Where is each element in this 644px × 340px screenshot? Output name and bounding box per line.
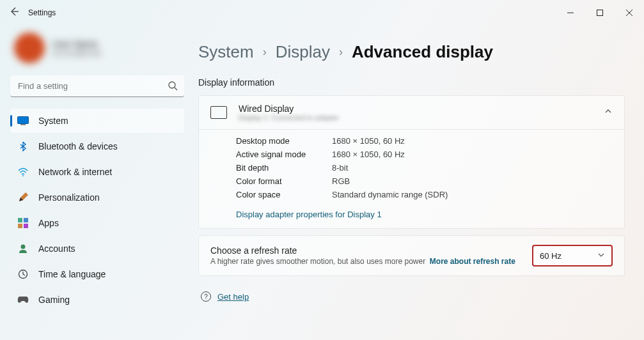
- close-button[interactable]: [615, 0, 644, 26]
- refresh-rate-card: Choose a refresh rate A higher rate give…: [198, 235, 625, 276]
- bit-depth-label: Bit depth: [236, 163, 332, 173]
- desktop-mode-value: 1680 × 1050, 60 Hz: [332, 136, 613, 146]
- search-box[interactable]: [10, 75, 184, 97]
- profile-block[interactable]: User Name account@email: [10, 26, 184, 70]
- sidebar-item-system[interactable]: System: [10, 109, 184, 133]
- bit-depth-value: 8-bit: [332, 163, 613, 173]
- sidebar-item-personalization[interactable]: Personalization: [10, 185, 184, 210]
- sidebar-item-bluetooth[interactable]: Bluetooth & devices: [10, 134, 184, 158]
- accounts-icon: [17, 242, 29, 255]
- sidebar-item-label: Accounts: [38, 243, 75, 254]
- svg-rect-7: [20, 124, 26, 125]
- svg-rect-12: [24, 224, 28, 228]
- svg-rect-10: [24, 218, 28, 222]
- refresh-rate-value: 60 Hz: [540, 251, 562, 261]
- refresh-title: Choose a refresh rate: [210, 245, 522, 256]
- svg-rect-1: [597, 10, 603, 16]
- refresh-rate-dropdown[interactable]: 60 Hz: [532, 245, 613, 267]
- main-content: System › Display › Advanced display Disp…: [192, 26, 644, 340]
- titlebar: Settings: [0, 0, 644, 26]
- breadcrumb-display[interactable]: Display: [276, 42, 330, 62]
- color-space-label: Color space: [236, 190, 332, 199]
- svg-point-13: [21, 245, 26, 249]
- chevron-right-icon: ›: [339, 45, 343, 59]
- display-card-header[interactable]: Wired Display Display 1: Connected to ad…: [199, 96, 624, 129]
- sidebar-item-time[interactable]: Time & language: [10, 262, 184, 286]
- breadcrumb-system[interactable]: System: [198, 42, 254, 62]
- desktop-mode-label: Desktop mode: [236, 136, 332, 146]
- refresh-sub: A higher rate gives smoother motion, but…: [210, 257, 522, 266]
- svg-rect-9: [18, 218, 22, 222]
- sidebar-item-accounts[interactable]: Accounts: [10, 236, 184, 261]
- sidebar-item-label: Network & internet: [38, 167, 112, 177]
- svg-line-5: [175, 88, 177, 90]
- color-format-value: RGB: [332, 176, 613, 186]
- display-name: Wired Display: [239, 104, 592, 114]
- get-help-link[interactable]: ? Get help: [198, 282, 625, 302]
- profile-name: User Name: [52, 39, 101, 49]
- display-info-card: Wired Display Display 1: Connected to ad…: [198, 95, 625, 229]
- display-sub: Display 1: Connected to adapter: [239, 114, 592, 121]
- sidebar-item-gaming[interactable]: Gaming: [10, 288, 184, 312]
- svg-rect-11: [18, 224, 22, 228]
- active-signal-value: 1680 × 1050, 60 Hz: [332, 150, 613, 159]
- network-icon: [17, 166, 29, 178]
- display-details: Desktop mode 1680 × 1050, 60 Hz Active s…: [199, 130, 624, 206]
- sidebar-item-label: Gaming: [38, 295, 70, 305]
- refresh-more-link[interactable]: More about refresh rate: [430, 257, 515, 266]
- breadcrumb-current: Advanced display: [352, 42, 493, 62]
- breadcrumb: System › Display › Advanced display: [198, 42, 625, 62]
- chevron-down-icon: [597, 251, 605, 261]
- gaming-icon: [17, 293, 29, 306]
- time-icon: [17, 268, 29, 281]
- sidebar-item-label: Personalization: [38, 192, 100, 203]
- system-icon: [17, 114, 29, 127]
- sidebar-item-label: System: [38, 116, 68, 126]
- personalization-icon: [17, 191, 29, 204]
- window-title: Settings: [28, 8, 56, 17]
- apps-icon: [17, 217, 29, 229]
- nav-list: System Bluetooth & devices Network & int…: [10, 109, 184, 312]
- sidebar-item-apps[interactable]: Apps: [10, 211, 184, 235]
- profile-sub: account@email: [52, 49, 101, 57]
- color-format-label: Color format: [236, 176, 332, 186]
- svg-point-8: [22, 175, 24, 176]
- sidebar-item-network[interactable]: Network & internet: [10, 160, 184, 184]
- display-icon: [210, 106, 227, 119]
- help-icon: ?: [201, 291, 211, 302]
- avatar: [14, 33, 45, 63]
- maximize-button[interactable]: [585, 0, 615, 26]
- bluetooth-icon: [17, 140, 29, 153]
- back-button[interactable]: [9, 6, 19, 19]
- color-space-value: Standard dynamic range (SDR): [332, 190, 613, 199]
- svg-point-4: [169, 82, 175, 88]
- chevron-right-icon: ›: [263, 45, 267, 59]
- adapter-properties-link[interactable]: Display adapter properties for Display 1: [199, 206, 624, 228]
- search-input[interactable]: [10, 75, 184, 97]
- sidebar-item-label: Time & language: [38, 269, 106, 279]
- sidebar-item-label: Apps: [38, 218, 59, 228]
- minimize-button[interactable]: [556, 0, 585, 26]
- sidebar-item-label: Bluetooth & devices: [38, 141, 118, 151]
- sidebar: User Name account@email System Bluetooth…: [0, 26, 192, 340]
- active-signal-label: Active signal mode: [236, 150, 332, 159]
- section-title: Display information: [198, 77, 625, 88]
- chevron-up-icon: [604, 107, 613, 118]
- search-icon: [168, 81, 178, 93]
- svg-rect-6: [18, 117, 29, 124]
